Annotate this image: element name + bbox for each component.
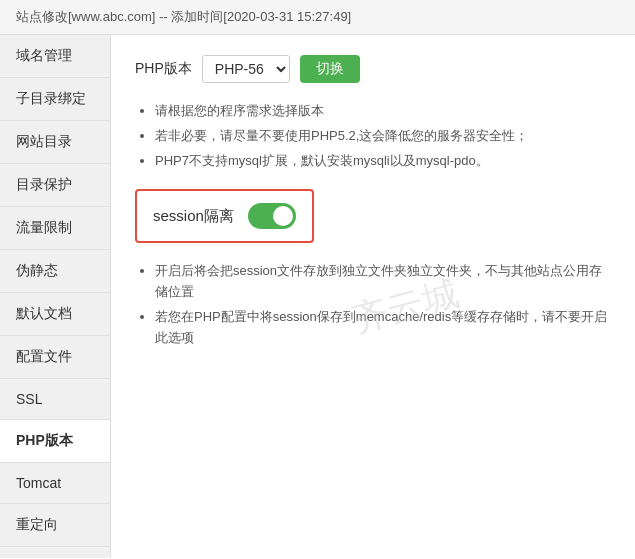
tips-list: 请根据您的程序需求选择版本 若非必要，请尽量不要使用PHP5.2,这会降低您的服…	[135, 101, 611, 171]
sidebar-item-ssl[interactable]: SSL	[0, 379, 110, 420]
toggle-thumb	[273, 206, 293, 226]
sidebar-item-redirect[interactable]: 重定向	[0, 504, 110, 547]
sidebar-item-rewrite[interactable]: 伪静态	[0, 250, 110, 293]
sidebar-item-dirprotect[interactable]: 目录保护	[0, 164, 110, 207]
header-title: 站点修改[www.abc.com] -- 添加时间[2020-03-31 15:…	[16, 9, 351, 24]
session-tip-item-2: 若您在PHP配置中将session保存到memcache/redis等缓存存储时…	[155, 307, 611, 349]
sidebar-item-config[interactable]: 配置文件	[0, 336, 110, 379]
tip-item-3: PHP7不支持mysql扩展，默认安装mysqli以及mysql-pdo。	[155, 151, 611, 172]
sidebar-item-traffic[interactable]: 流量限制	[0, 207, 110, 250]
php-version-row: PHP版本 PHP-56 切换	[135, 55, 611, 83]
sidebar-item-php[interactable]: PHP版本	[0, 420, 110, 463]
sidebar-item-domain[interactable]: 域名管理	[0, 35, 110, 78]
page-header: 站点修改[www.abc.com] -- 添加时间[2020-03-31 15:…	[0, 0, 635, 35]
session-label: session隔离	[153, 207, 234, 226]
session-tips-list: 开启后将会把session文件存放到独立文件夹独立文件夹，不与其他站点公用存储位…	[135, 261, 611, 348]
sidebar-item-subdir[interactable]: 子目录绑定	[0, 78, 110, 121]
sidebar-item-redirect-test[interactable]: 重定向(测试版)	[0, 547, 110, 559]
sidebar: 域名管理 子目录绑定 网站目录 目录保护 流量限制 伪静态 默认文档 配置文件 …	[0, 35, 111, 558]
sidebar-item-default-doc[interactable]: 默认文档	[0, 293, 110, 336]
switch-button[interactable]: 切换	[300, 55, 360, 83]
session-toggle[interactable]	[248, 203, 296, 229]
main-content: PHP版本 PHP-56 切换 请根据您的程序需求选择版本 若非必要，请尽量不要…	[111, 35, 635, 558]
tip-item-2: 若非必要，请尽量不要使用PHP5.2,这会降低您的服务器安全性；	[155, 126, 611, 147]
tip-item-1: 请根据您的程序需求选择版本	[155, 101, 611, 122]
php-version-select[interactable]: PHP-56	[202, 55, 290, 83]
session-tip-item-1: 开启后将会把session文件存放到独立文件夹独立文件夹，不与其他站点公用存储位…	[155, 261, 611, 303]
session-box: session隔离	[135, 189, 314, 243]
sidebar-item-tomcat[interactable]: Tomcat	[0, 463, 110, 504]
toggle-track	[248, 203, 296, 229]
php-version-label: PHP版本	[135, 60, 192, 78]
main-layout: 域名管理 子目录绑定 网站目录 目录保护 流量限制 伪静态 默认文档 配置文件 …	[0, 35, 635, 558]
sidebar-item-webdir[interactable]: 网站目录	[0, 121, 110, 164]
